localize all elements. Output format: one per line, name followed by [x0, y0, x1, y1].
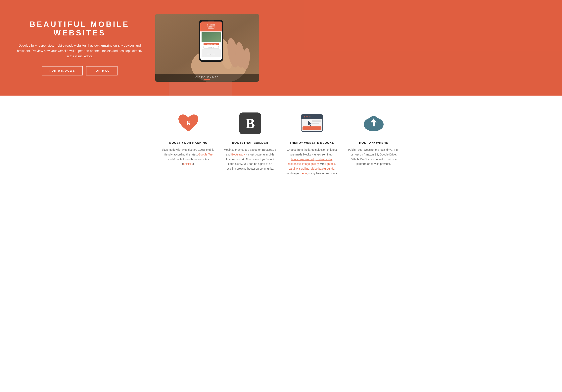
- svg-text:BUILDER: BUILDER: [208, 28, 215, 29]
- bootstrap-builder-desc: Mobirise themes are based on Bootstrap 3…: [223, 148, 277, 171]
- feature-host-anywhere: HOST ANYWHERE Publish your website to a …: [347, 112, 400, 176]
- trendy-blocks-title: TRENDY WEBSITE BLOCKS: [285, 141, 339, 144]
- features-grid: g BOOST YOUR RANKING Sites made with Mob…: [162, 112, 400, 176]
- lightbox-link[interactable]: lightbox: [325, 162, 335, 165]
- cloud-icon-container: [362, 112, 386, 135]
- phone-mockup: MOBIRISE WEBSITE BUILDER FOR WINDOWS F: [155, 14, 259, 82]
- svg-point-29: [306, 116, 308, 117]
- mobile-ready-link[interactable]: mobile-ready websites: [55, 44, 86, 47]
- officially-link[interactable]: officially: [183, 162, 193, 165]
- svg-rect-11: [200, 29, 222, 32]
- svg-rect-33: [312, 123, 319, 124]
- hero-title: BEAUTIFUL MOBILE WEBSITES: [16, 20, 143, 37]
- hero-content: BEAUTIFUL MOBILE WEBSITES Develop fully …: [0, 2, 562, 93]
- hero-image-block: MOBIRISE WEBSITE BUILDER FOR WINDOWS F: [155, 14, 259, 82]
- hero-buttons: FOR WINDOWS FOR MAC: [16, 66, 143, 75]
- svg-rect-16: [201, 32, 221, 42]
- responsive-gallery-link[interactable]: responsive image gallery: [288, 162, 319, 165]
- svg-text:g: g: [187, 118, 190, 125]
- feature-trendy-blocks: TRENDY WEBSITE BLOCKS Choose from the la…: [285, 112, 339, 176]
- cloud-upload-icon: [362, 114, 386, 133]
- feature-bootstrap-builder: B BOOTSTRAP BUILDER Mobirise themes are …: [223, 112, 277, 176]
- mac-button[interactable]: FOR MAC: [86, 66, 117, 75]
- google-test-link[interactable]: Google Test: [198, 153, 213, 156]
- bootstrap4-link[interactable]: Bootstrap 4: [231, 153, 246, 156]
- heart-icon: g: [177, 114, 199, 133]
- svg-text:FOR MAC: FOR MAC: [208, 47, 214, 48]
- svg-text:MOBIRISE: MOBIRISE: [207, 24, 215, 26]
- svg-point-28: [304, 116, 305, 117]
- bootstrap-b-icon: B: [239, 113, 261, 134]
- browser-icon-container: [300, 112, 324, 135]
- phone-illustration: MOBIRISE WEBSITE BUILDER FOR WINDOWS F: [155, 14, 259, 82]
- content-slider-link[interactable]: content slider: [316, 158, 332, 161]
- boost-ranking-icon-container: g: [176, 112, 200, 135]
- svg-text:WEBSITE: WEBSITE: [208, 26, 214, 28]
- video-bg-link[interactable]: video backgrounds: [311, 167, 334, 170]
- video-embed-label: VIDEO EMBED: [155, 74, 259, 82]
- features-section: g BOOST YOUR RANKING Sites made with Mob…: [0, 96, 562, 188]
- hero-text-block: BEAUTIFUL MOBILE WEBSITES Develop fully …: [16, 20, 143, 76]
- bootstrap-carousel-link[interactable]: bootstrap carousel: [291, 158, 314, 161]
- svg-rect-34: [303, 127, 321, 130]
- windows-button[interactable]: FOR WINDOWS: [42, 66, 83, 75]
- hero-section: BEAUTIFUL MOBILE WEBSITES Develop fully …: [0, 0, 562, 96]
- boost-ranking-desc: Sites made with Mobirise are 100% mobile…: [162, 148, 215, 166]
- bootstrap-builder-title: BOOTSTRAP BUILDER: [223, 141, 277, 144]
- svg-text:FOR WINDOWS: FOR WINDOWS: [206, 44, 216, 45]
- trendy-blocks-desc: Choose from the large selection of lates…: [285, 148, 339, 176]
- svg-text:landscape preview: landscape preview: [207, 53, 215, 55]
- browser-window-icon: [301, 114, 323, 133]
- menu-link[interactable]: menu: [300, 172, 307, 175]
- parallax-link[interactable]: parallax scrolling: [289, 167, 309, 170]
- feature-boost-ranking: g BOOST YOUR RANKING Sites made with Mob…: [162, 112, 215, 176]
- video-embed-line: [204, 79, 210, 80]
- svg-rect-32: [312, 120, 321, 122]
- boost-ranking-title: BOOST YOUR RANKING: [162, 141, 215, 144]
- host-anywhere-desc: Publish your website to a local drive, F…: [347, 148, 400, 166]
- bootstrap-icon-container: B: [238, 112, 262, 135]
- host-anywhere-title: HOST ANYWHERE: [347, 141, 400, 144]
- svg-point-30: [309, 116, 310, 117]
- hero-description: Develop fully responsive, mobile-ready w…: [16, 43, 143, 59]
